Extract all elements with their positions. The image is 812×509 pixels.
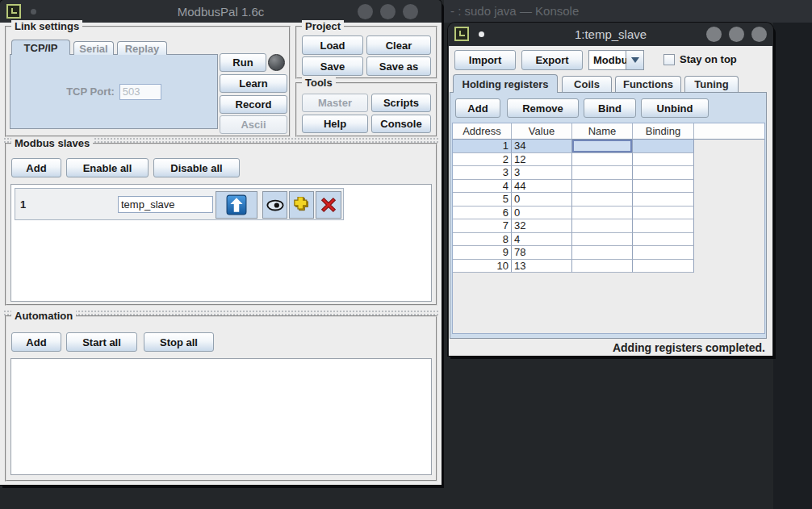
slave-row[interactable]: 1 xyxy=(15,188,344,220)
cell-address[interactable]: 8 xyxy=(453,233,512,247)
modbuspal-titlebar[interactable]: ModbusPal 1.6c xyxy=(0,0,442,23)
cell-binding[interactable] xyxy=(633,207,694,220)
cell-value[interactable]: 13 xyxy=(512,260,572,273)
cell-name[interactable] xyxy=(572,207,633,220)
start-all-button[interactable]: Start all xyxy=(66,332,137,352)
table-row[interactable]: 50 xyxy=(453,193,764,207)
disable-all-button[interactable]: Disable all xyxy=(153,158,240,177)
cell-address[interactable]: 10 xyxy=(453,260,512,273)
export-button[interactable]: Export xyxy=(521,50,583,70)
cell-name[interactable] xyxy=(572,260,633,273)
cell-name[interactable] xyxy=(572,153,633,167)
table-row[interactable]: 60 xyxy=(453,207,764,220)
load-button[interactable]: Load xyxy=(302,35,363,55)
tab-functions[interactable]: Functions xyxy=(615,76,681,92)
cell-binding[interactable] xyxy=(633,233,694,247)
cell-value[interactable]: 78 xyxy=(512,246,572,260)
cell-binding[interactable] xyxy=(633,246,694,260)
cell-address[interactable]: 9 xyxy=(453,246,512,260)
cell-binding[interactable] xyxy=(633,193,694,207)
tab-serial[interactable]: Serial xyxy=(73,41,114,55)
register-unbind-button[interactable]: Unbind xyxy=(641,98,709,118)
cell-value[interactable]: 3 xyxy=(512,166,572,180)
slave-window-maximize[interactable] xyxy=(729,27,744,42)
master-button[interactable]: Master xyxy=(302,94,368,112)
save-button[interactable]: Save xyxy=(302,56,363,76)
learn-button[interactable]: Learn xyxy=(220,74,287,93)
table-row[interactable]: 84 xyxy=(453,233,764,247)
combobox-arrow-button[interactable] xyxy=(626,50,644,70)
tab-tcpip[interactable]: TCP/IP xyxy=(11,40,70,55)
slave-window-close[interactable] xyxy=(751,27,767,42)
slave-name-field[interactable] xyxy=(118,196,213,213)
cell-name[interactable] xyxy=(572,140,633,153)
record-button[interactable]: Record xyxy=(220,95,287,114)
import-button[interactable]: Import xyxy=(454,50,516,70)
console-button[interactable]: Console xyxy=(371,115,431,133)
cell-binding[interactable] xyxy=(633,260,694,273)
table-row[interactable]: 732 xyxy=(453,219,764,233)
table-row[interactable]: 444 xyxy=(453,180,764,194)
register-remove-button[interactable]: Remove xyxy=(507,98,579,118)
register-table-header[interactable]: Address Value Name Binding xyxy=(453,123,764,140)
tab-holding-registers[interactable]: Holding registers xyxy=(453,74,558,93)
column-header-address[interactable]: Address xyxy=(453,123,512,140)
run-button[interactable]: Run xyxy=(220,53,266,72)
window-button-minimize[interactable] xyxy=(358,4,373,19)
cell-binding[interactable] xyxy=(633,219,694,233)
mode-combobox[interactable]: Modbus xyxy=(588,50,626,70)
table-row[interactable]: 33 xyxy=(453,166,764,180)
cell-binding[interactable] xyxy=(633,166,694,180)
window-button-maximize[interactable] xyxy=(380,4,396,19)
tab-tuning[interactable]: Tuning xyxy=(684,76,739,92)
cell-value[interactable]: 0 xyxy=(512,207,572,220)
save-as-button[interactable]: Save as xyxy=(366,56,431,76)
clear-button[interactable]: Clear xyxy=(366,35,431,55)
cell-address[interactable]: 5 xyxy=(453,193,512,207)
table-row[interactable]: 1013 xyxy=(453,260,764,273)
register-bind-button[interactable]: Bind xyxy=(584,98,636,118)
tab-coils[interactable]: Coils xyxy=(562,76,612,92)
slave-delete-button[interactable] xyxy=(316,191,341,219)
cell-binding[interactable] xyxy=(633,153,694,167)
tab-replay[interactable]: Replay xyxy=(117,41,167,55)
stop-all-button[interactable]: Stop all xyxy=(144,332,214,352)
cell-name[interactable] xyxy=(572,219,633,233)
slave-window-minimize[interactable] xyxy=(706,27,722,42)
cell-value[interactable]: 44 xyxy=(512,180,572,194)
cell-address[interactable]: 7 xyxy=(453,219,512,233)
cell-name[interactable] xyxy=(572,193,633,207)
cell-address[interactable]: 4 xyxy=(453,180,512,194)
cell-value[interactable]: 12 xyxy=(512,153,572,167)
cell-binding[interactable] xyxy=(633,180,694,194)
cell-value[interactable]: 32 xyxy=(512,219,572,233)
cell-binding[interactable] xyxy=(633,140,694,153)
help-button[interactable]: Help xyxy=(302,115,368,133)
scripts-button[interactable]: Scripts xyxy=(371,94,431,112)
cell-value[interactable]: 0 xyxy=(512,193,572,207)
automation-add-button[interactable]: Add xyxy=(11,332,61,352)
stay-on-top-checkbox[interactable] xyxy=(663,54,675,65)
tcp-port-field[interactable] xyxy=(119,84,161,100)
ascii-button[interactable]: Ascii xyxy=(220,115,287,134)
cell-name[interactable] xyxy=(572,166,633,180)
table-row[interactable]: 134 xyxy=(453,140,764,153)
cell-address[interactable]: 3 xyxy=(453,166,512,180)
window-button-close[interactable] xyxy=(403,4,418,19)
table-row[interactable]: 978 xyxy=(453,246,764,260)
cell-name[interactable] xyxy=(572,233,633,247)
column-header-binding[interactable]: Binding xyxy=(633,123,694,140)
slave-view-button[interactable] xyxy=(262,191,287,219)
slave-titlebar[interactable]: 1:temp_slave xyxy=(448,23,773,46)
enable-all-button[interactable]: Enable all xyxy=(66,158,149,177)
slave-add-button[interactable]: Add xyxy=(11,158,61,177)
cell-value[interactable]: 34 xyxy=(512,140,572,153)
register-add-button[interactable]: Add xyxy=(455,98,500,118)
slave-enabled-toggle[interactable] xyxy=(216,191,257,219)
column-header-value[interactable]: Value xyxy=(512,123,572,140)
cell-name[interactable] xyxy=(572,246,633,260)
cell-address[interactable]: 1 xyxy=(453,140,512,153)
table-row[interactable]: 212 xyxy=(453,153,764,167)
cell-address[interactable]: 2 xyxy=(453,153,512,167)
register-table-scrollpane[interactable]: Address Value Name Binding 1342123344450… xyxy=(452,123,765,334)
